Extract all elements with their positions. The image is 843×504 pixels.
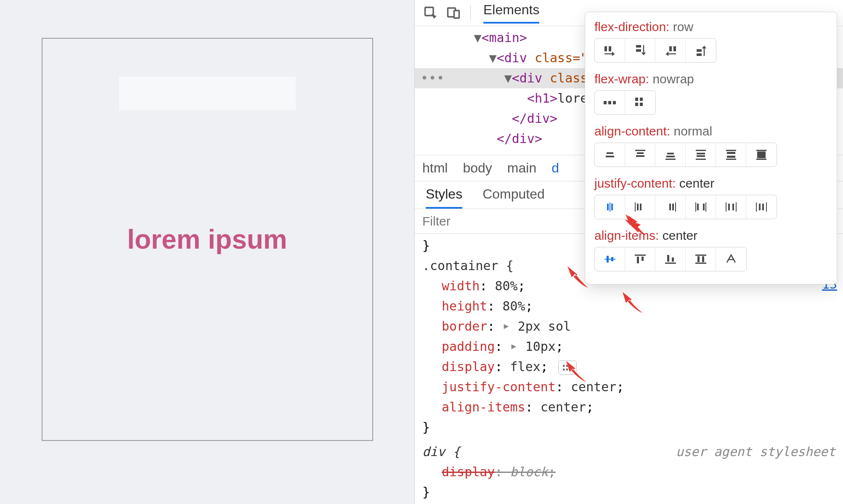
svg-rect-50 [672,204,674,210]
justify-content-end-button[interactable] [655,195,686,219]
svg-rect-76 [695,263,706,264]
tab-styles[interactable]: Styles [426,186,462,209]
svg-rect-21 [640,98,643,101]
align-content-end-button[interactable] [655,143,686,167]
css-val-align-items[interactable]: center [541,400,586,414]
css-val-justify-content[interactable]: center [571,379,616,394]
tab-elements[interactable]: Elements [483,2,539,24]
svg-rect-12 [636,49,641,52]
svg-rect-69 [642,257,644,261]
css-val-border[interactable]: 2px sol [518,319,571,334]
css-prop-height[interactable]: height [442,299,487,313]
flexbox-editor-popover: flex-direction: row flex-wrap: nowrap al… [585,12,837,284]
css-prop-width[interactable]: width [442,279,480,293]
dom-tag-div2[interactable]: <div [512,71,542,85]
breadcrumb-html[interactable]: html [422,160,448,176]
svg-rect-19 [613,101,616,104]
css-val-display[interactable]: flex [510,359,541,374]
css-val-padding[interactable]: 10px [525,339,556,354]
svg-rect-73 [695,255,706,256]
breadcrumb-body[interactable]: body [463,160,492,176]
css-prop-justify-content[interactable]: justify-content [442,379,556,394]
svg-rect-35 [696,159,706,160]
css-prop-border[interactable]: border [442,319,487,334]
expand-icon[interactable]: ▸ [510,336,518,356]
align-items-end-button[interactable] [655,247,686,271]
flex-direction-column-reverse-button[interactable] [686,39,716,62]
svg-rect-11 [636,45,641,48]
svg-rect-62 [762,204,764,210]
svg-rect-25 [606,156,614,157]
flex-direction-buttons [594,38,716,63]
svg-rect-39 [726,159,736,160]
flex-direction-column-button[interactable] [625,39,655,62]
svg-rect-43 [607,204,609,210]
flex-wrap-wrap-button[interactable] [625,91,655,114]
svg-rect-61 [759,204,761,210]
breadcrumb-selected[interactable]: d [551,160,559,176]
css-prop-padding[interactable]: padding [442,339,495,354]
css-overridden-display[interactable]: display: block; [442,462,835,482]
svg-rect-34 [697,155,705,157]
dom-tag-div-close1[interactable]: </div> [512,111,557,126]
svg-rect-40 [756,150,766,151]
justify-content-center-button[interactable] [595,195,625,219]
align-content-space-around-button[interactable] [686,143,716,167]
justify-content-space-around-button[interactable] [716,195,746,219]
user-agent-stylesheet-label: user agent stylesheet [676,442,835,462]
svg-rect-26 [635,150,645,151]
align-content-label: align-content: normal [594,124,712,138]
breadcrumb-main[interactable]: main [507,160,536,176]
align-content-buttons [594,143,777,167]
dom-tag-h1[interactable]: <h1> [527,91,557,106]
align-content-center-button[interactable] [595,143,625,167]
svg-rect-7 [566,369,568,370]
align-items-center-button[interactable] [595,247,625,271]
align-content-stretch-button[interactable] [746,143,777,167]
css-prop-display[interactable]: display [442,359,495,374]
justify-content-start-button[interactable] [625,195,655,219]
rule-close-brace: } [422,417,835,438]
css-prop-align-items[interactable]: align-items [442,400,525,414]
flex-wrap-nowrap-button[interactable] [595,91,625,114]
svg-rect-58 [732,204,734,210]
device-toggle-icon[interactable] [445,5,462,21]
flex-direction-row-button[interactable] [595,39,625,62]
svg-rect-27 [637,152,644,154]
svg-rect-38 [727,156,735,158]
svg-rect-36 [726,150,736,151]
svg-rect-66 [611,257,613,261]
align-items-start-button[interactable] [625,247,655,271]
flex-wrap-buttons [594,90,656,115]
align-content-start-button[interactable] [625,143,655,167]
align-items-baseline-button[interactable] [716,247,746,271]
dom-attr-class1: class=" [535,50,588,65]
dom-tag-div1[interactable]: <div [497,50,527,65]
css-val-height[interactable]: 80% [503,299,525,313]
devtools-tabs: Elements [479,2,539,24]
tab-computed[interactable]: Computed [482,186,545,209]
inspect-element-icon[interactable] [422,5,439,21]
expand-icon[interactable]: ▸ [503,316,510,336]
svg-rect-18 [608,101,611,104]
svg-rect-30 [666,156,675,157]
justify-content-space-evenly-button[interactable] [746,195,777,219]
svg-rect-10 [609,46,611,51]
open-flex-editor-icon[interactable] [558,361,577,375]
align-content-space-between-button[interactable] [716,143,746,167]
flex-direction-row-reverse-button[interactable] [655,39,686,62]
css-val-width[interactable]: 80% [495,279,517,293]
svg-rect-42 [756,159,766,160]
dom-tag-div-close2[interactable]: </div> [497,131,542,146]
svg-rect-70 [667,255,669,262]
svg-rect-14 [673,46,676,51]
svg-rect-22 [635,103,638,106]
svg-rect-53 [697,204,699,210]
devtools-panel: Elements ✕ ▼<main> ▼<div class=" ▼<div c… [414,0,843,504]
svg-rect-17 [604,101,607,104]
align-items-stretch-button[interactable] [686,247,716,271]
dom-tag-main[interactable]: <main> [482,30,527,45]
svg-rect-51 [675,202,676,212]
svg-rect-20 [635,98,638,101]
justify-content-space-between-button[interactable] [686,195,716,219]
